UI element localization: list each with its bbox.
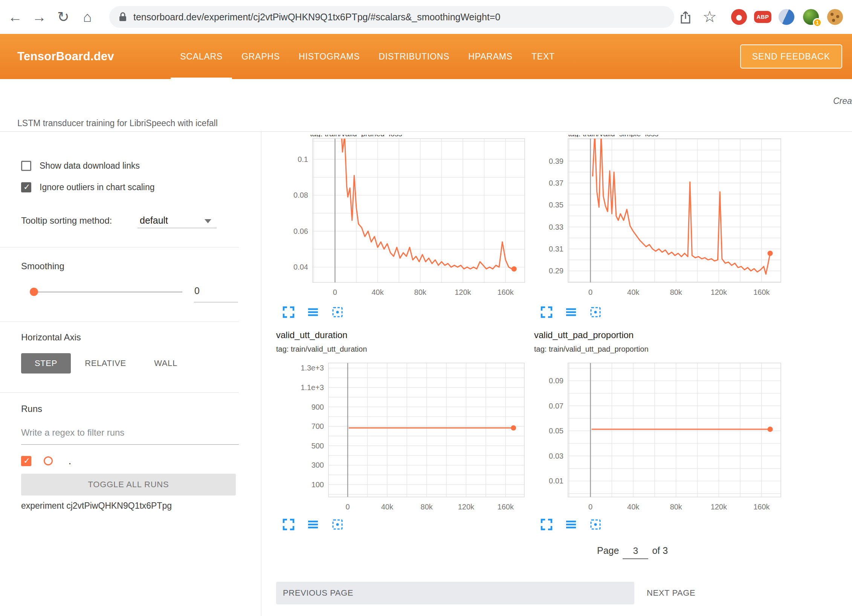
smoothing-label: Smoothing bbox=[21, 261, 64, 271]
fit-domain-icon[interactable] bbox=[331, 306, 344, 319]
axis-relative-button[interactable]: RELATIVE bbox=[77, 353, 134, 374]
chart-tag: tag: train/valid_utt_pad_proportion bbox=[534, 345, 649, 354]
divider bbox=[0, 247, 239, 247]
run-checkbox[interactable] bbox=[21, 456, 31, 466]
browser-toolbar: ← → ↻ ⌂ tensorboard.dev/experiment/cj2vt… bbox=[0, 0, 852, 34]
svg-text:500: 500 bbox=[311, 442, 324, 450]
lock-icon[interactable] bbox=[118, 11, 127, 23]
svg-text:80k: 80k bbox=[670, 288, 683, 296]
tooltip-sorting-label: Tooltip sorting method: bbox=[21, 215, 112, 226]
svg-text:0.29: 0.29 bbox=[549, 267, 563, 275]
created-text-clipped: Crea bbox=[833, 96, 852, 106]
tab-graphs[interactable]: GRAPHS bbox=[232, 34, 289, 79]
fullscreen-icon[interactable] bbox=[282, 306, 295, 319]
extension-icon[interactable] bbox=[779, 9, 794, 25]
reload-icon[interactable]: ↻ bbox=[53, 0, 74, 34]
tab-distributions[interactable]: DISTRIBUTIONS bbox=[369, 34, 459, 79]
previous-page-button[interactable]: PREVIOUS PAGE bbox=[276, 582, 634, 604]
svg-text:120k: 120k bbox=[711, 503, 727, 511]
line-chart: 0.290.310.330.350.370.39040k80k120k160k bbox=[534, 137, 790, 303]
send-feedback-button[interactable]: SEND FEEDBACK bbox=[740, 44, 842, 69]
data-table-icon[interactable] bbox=[565, 518, 577, 531]
adblock-extension-icon[interactable] bbox=[731, 9, 747, 25]
svg-text:160k: 160k bbox=[497, 288, 514, 296]
fit-domain-icon[interactable] bbox=[331, 518, 344, 531]
forward-icon[interactable]: → bbox=[29, 0, 50, 34]
data-table-icon[interactable] bbox=[307, 306, 319, 319]
cookie-icon[interactable] bbox=[827, 9, 843, 25]
runs-filter-input[interactable] bbox=[21, 427, 239, 438]
svg-text:0.33: 0.33 bbox=[549, 223, 563, 231]
smoothing-slider-thumb[interactable] bbox=[30, 288, 38, 296]
page-of-label: of 3 bbox=[652, 545, 668, 556]
smoothing-value-underline bbox=[194, 302, 238, 302]
svg-text:0.09: 0.09 bbox=[549, 377, 563, 385]
fullscreen-icon[interactable] bbox=[540, 306, 553, 319]
svg-text:0.07: 0.07 bbox=[549, 402, 563, 410]
svg-text:300: 300 bbox=[311, 461, 324, 469]
svg-text:160k: 160k bbox=[753, 503, 770, 511]
horizontal-axis-label: Horizontal Axis bbox=[21, 332, 81, 343]
url-text: tensorboard.dev/experiment/cj2vtPiwQHKN9… bbox=[133, 12, 500, 23]
next-page-button[interactable]: NEXT PAGE bbox=[647, 582, 695, 604]
show-download-checkbox[interactable] bbox=[21, 161, 31, 171]
svg-text:80k: 80k bbox=[421, 503, 433, 511]
fit-domain-icon[interactable] bbox=[589, 518, 602, 531]
address-bar[interactable]: tensorboard.dev/experiment/cj2vtPiwQHKN9… bbox=[109, 6, 674, 28]
svg-text:0.01: 0.01 bbox=[549, 477, 563, 485]
tab-hparams[interactable]: HPARAMS bbox=[459, 34, 522, 79]
tab-text[interactable]: TEXT bbox=[522, 34, 564, 79]
axis-wall-button[interactable]: WALL bbox=[145, 353, 186, 374]
app-header: TensorBoard.dev SCALARS GRAPHS HISTOGRAM… bbox=[0, 34, 852, 79]
smoothing-value-input[interactable]: 0 bbox=[194, 285, 238, 296]
divider bbox=[0, 392, 239, 393]
svg-text:0.39: 0.39 bbox=[549, 157, 563, 165]
axis-step-button[interactable]: STEP bbox=[21, 353, 71, 374]
tab-scalars[interactable]: SCALARS bbox=[171, 34, 232, 79]
svg-text:0.35: 0.35 bbox=[549, 201, 563, 209]
svg-text:120k: 120k bbox=[455, 288, 471, 296]
profile-avatar[interactable]: 1 bbox=[803, 9, 819, 25]
fullscreen-icon[interactable] bbox=[540, 518, 553, 531]
chevron-down-icon bbox=[205, 219, 211, 223]
home-icon[interactable]: ⌂ bbox=[77, 0, 98, 34]
line-chart: 0.010.030.050.070.09040k80k120k160k bbox=[534, 360, 790, 514]
svg-text:100: 100 bbox=[311, 480, 324, 489]
abp-extension-icon[interactable]: ABP bbox=[754, 11, 771, 23]
bookmark-star-icon[interactable]: ☆ bbox=[699, 0, 720, 34]
page: ← → ↻ ⌂ tensorboard.dev/experiment/cj2vt… bbox=[0, 0, 852, 616]
svg-text:40k: 40k bbox=[627, 288, 640, 296]
svg-text:1.1e+3: 1.1e+3 bbox=[301, 383, 324, 392]
horizontal-axis-toggle: STEP RELATIVE WALL bbox=[21, 353, 186, 374]
chart-toolbar bbox=[540, 306, 602, 319]
svg-text:0.05: 0.05 bbox=[549, 427, 563, 435]
show-download-label: Show data download links bbox=[40, 161, 140, 171]
page-number-input[interactable] bbox=[623, 546, 648, 559]
chart-tag: tag: train/valid_utt_duration bbox=[276, 345, 367, 354]
toggle-all-runs-button[interactable]: TOGGLE ALL RUNS bbox=[21, 474, 236, 496]
svg-text:40k: 40k bbox=[371, 288, 384, 296]
chart-title: valid_utt_pad_proportion bbox=[534, 330, 634, 340]
line-chart: 0.040.060.080.1040k80k120k160k bbox=[276, 137, 532, 303]
data-table-icon[interactable] bbox=[307, 518, 319, 531]
chart-toolbar bbox=[282, 306, 344, 319]
data-table-icon[interactable] bbox=[565, 306, 577, 319]
svg-text:0: 0 bbox=[588, 503, 592, 511]
run-color-swatch bbox=[44, 456, 53, 465]
tooltip-sorting-dropdown[interactable]: default bbox=[137, 214, 217, 228]
share-icon[interactable] bbox=[680, 11, 691, 26]
ignore-outliers-checkbox[interactable] bbox=[21, 182, 31, 192]
fullscreen-icon[interactable] bbox=[282, 518, 295, 531]
svg-text:40k: 40k bbox=[627, 503, 640, 511]
back-icon[interactable]: ← bbox=[5, 0, 26, 34]
runs-label: Runs bbox=[21, 404, 42, 414]
svg-text:0.04: 0.04 bbox=[293, 263, 308, 271]
chart-toolbar bbox=[540, 518, 602, 531]
fit-domain-icon[interactable] bbox=[589, 306, 602, 319]
ignore-outliers-label: Ignore outliers in chart scaling bbox=[40, 182, 155, 192]
svg-text:0.37: 0.37 bbox=[549, 179, 563, 187]
run-name: . bbox=[69, 456, 71, 467]
tab-histograms[interactable]: HISTOGRAMS bbox=[289, 34, 369, 79]
experiment-id: experiment cj2vtPiwQHKN9Q1tx6PTpg bbox=[21, 501, 172, 511]
smoothing-slider-track[interactable] bbox=[34, 291, 182, 293]
